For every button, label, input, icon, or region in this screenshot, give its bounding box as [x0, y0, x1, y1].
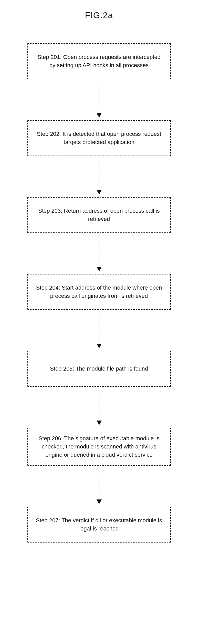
- step-204-text: Step 204: Start address of the module wh…: [35, 284, 163, 300]
- arrow-201-202: [97, 83, 102, 118]
- step-206-text: Step 206: The signature of executable mo…: [35, 434, 163, 459]
- arrow-shaft: [99, 160, 99, 190]
- step-204-box: Step 204: Start address of the module wh…: [27, 274, 171, 310]
- flowchart: Step 201: Open process requests are inte…: [0, 43, 198, 543]
- step-207-box: Step 207: The verdict if dll or executab…: [27, 507, 171, 543]
- arrow-head-icon: [97, 190, 102, 195]
- arrow-head-icon: [97, 344, 102, 348]
- arrow-shaft: [99, 83, 99, 114]
- arrow-204-205: [97, 313, 102, 348]
- step-203-text: Step 203: Return address of open process…: [35, 207, 163, 223]
- step-201-box: Step 201: Open process requests are inte…: [27, 43, 171, 79]
- arrow-shaft: [99, 469, 99, 500]
- step-207-text: Step 207: The verdict if dll or executab…: [35, 516, 163, 533]
- arrow-206-207: [97, 469, 102, 504]
- figure-title: FIG.2a: [0, 10, 198, 20]
- arrow-205-206: [97, 390, 102, 425]
- arrow-202-203: [97, 160, 102, 195]
- step-202-box: Step 202: It is detected that open proce…: [27, 120, 171, 156]
- arrow-shaft: [99, 237, 99, 267]
- arrow-203-204: [97, 237, 102, 271]
- step-205-text: Step 205: The module file path is found: [50, 365, 148, 373]
- arrow-head-icon: [97, 421, 102, 425]
- figure-page: FIG.2a Step 201: Open process requests a…: [0, 0, 198, 558]
- arrow-head-icon: [97, 499, 102, 504]
- step-203-box: Step 203: Return address of open process…: [27, 197, 171, 233]
- arrow-shaft: [99, 313, 99, 344]
- step-205-box: Step 205: The module file path is found: [27, 351, 171, 387]
- step-202-text: Step 202: It is detected that open proce…: [35, 130, 163, 146]
- step-206-box: Step 206: The signature of executable mo…: [27, 428, 171, 466]
- arrow-head-icon: [97, 113, 102, 118]
- arrow-shaft: [99, 390, 99, 421]
- arrow-head-icon: [97, 267, 102, 271]
- step-201-text: Step 201: Open process requests are inte…: [35, 53, 163, 69]
